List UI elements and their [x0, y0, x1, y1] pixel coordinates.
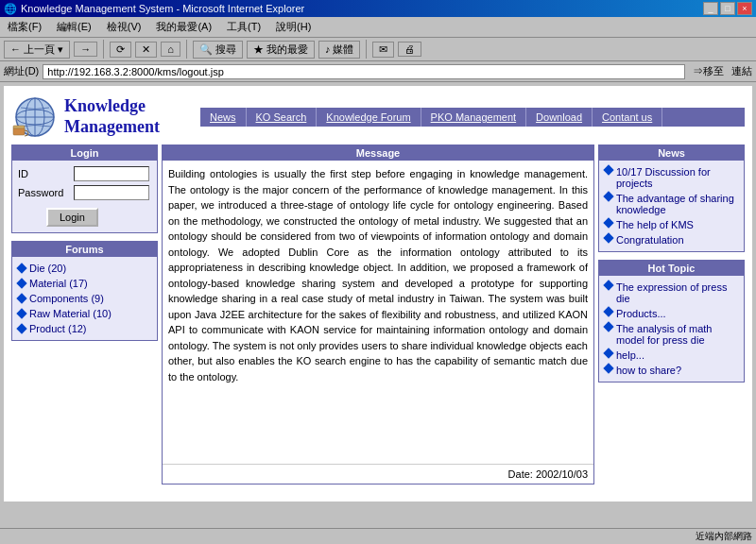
hot-item-4[interactable]: how to share? [599, 363, 744, 378]
message-body: Building ontologies is usually the first… [163, 161, 593, 464]
menu-favorites[interactable]: 我的最愛(A) [152, 19, 215, 35]
minimize-button[interactable]: _ [703, 2, 718, 15]
nav-download[interactable]: Download [526, 108, 593, 127]
news-list: 10/17 Discussion for projects The advant… [599, 161, 744, 251]
diamond-icon [603, 321, 613, 332]
login-content: ID Password Login [12, 161, 157, 232]
address-input[interactable] [43, 64, 685, 79]
status-text: 近端內部網路 [696, 530, 752, 543]
news-item-3[interactable]: Congratulation [599, 232, 744, 247]
diamond-icon [16, 323, 26, 333]
hot-item-1[interactable]: Products... [599, 306, 744, 321]
hot-item-0[interactable]: The expression of press die [599, 280, 744, 306]
nav-ko-search[interactable]: KO Search [247, 108, 318, 127]
menu-view[interactable]: 檢視(V) [103, 19, 146, 35]
title-bar-buttons[interactable]: _ □ × [703, 2, 752, 15]
login-id-row: ID [18, 166, 151, 181]
message-title: Message [163, 145, 593, 161]
browser-content: Knowledge Management News KO Search Know… [4, 86, 752, 502]
forum-item-raw-material[interactable]: Raw Material (10) [12, 306, 157, 321]
login-password-row: Password [18, 185, 151, 200]
news-item-1[interactable]: The advantage of sharing knowledge [599, 191, 744, 217]
diamond-icon [16, 263, 26, 273]
media-button[interactable]: ♪ 媒體 [318, 41, 361, 59]
nav-bar: News KO Search Knowledge Forum PKO Manag… [200, 108, 745, 127]
maximize-button[interactable]: □ [720, 2, 735, 15]
go-button[interactable]: ⇒移至 [689, 63, 728, 79]
nav-contact[interactable]: Contant us [593, 108, 662, 127]
diamond-icon [16, 278, 26, 288]
forums-list: Die (20) Material (17) Components (9) Ra… [12, 257, 157, 340]
password-label: Password [18, 187, 70, 198]
nav-pko-management[interactable]: PKO Management [421, 108, 527, 127]
svg-rect-6 [13, 126, 25, 128]
back-button[interactable]: ← 上一頁 ▾ [4, 41, 70, 59]
diamond-icon [16, 293, 26, 303]
hot-topic-list: The expression of press die Products... … [599, 276, 744, 382]
nav-knowledge-forum[interactable]: Knowledge Forum [317, 108, 421, 127]
diamond-icon [16, 308, 26, 318]
diamond-icon [603, 232, 613, 243]
diamond-icon [603, 191, 613, 201]
toolbar: ← 上一頁 ▾ → ⟳ ✕ ⌂ 🔍 搜尋 ★ 我的最愛 ♪ 媒體 ✉ 🖨 [0, 38, 756, 61]
diamond-icon [603, 280, 613, 290]
main-layout: Login ID Password Login Forums [11, 144, 745, 484]
nav-news[interactable]: News [200, 108, 247, 127]
center-panel: Message Building ontologies is usually t… [162, 144, 594, 484]
links-label: 連結 [731, 64, 752, 78]
refresh-button[interactable]: ⟳ [110, 42, 131, 58]
forward-button[interactable]: → [74, 42, 97, 57]
forums-box: Forums Die (20) Material (17) Components… [11, 241, 158, 341]
address-label: 網址(D) [4, 64, 39, 78]
login-button[interactable]: Login [46, 208, 98, 227]
menu-tools[interactable]: 工具(T) [223, 19, 265, 35]
stop-button[interactable]: ✕ [135, 42, 157, 58]
menu-help[interactable]: 說明(H) [272, 19, 315, 35]
address-bar: 網址(D) ⇒移至 連結 [0, 61, 756, 82]
toolbar-separator [103, 40, 104, 59]
title-bar-icon: 🌐 [4, 3, 17, 15]
hot-topic-box: Hot Topic The expression of press die Pr… [598, 260, 745, 382]
id-input[interactable] [74, 166, 149, 181]
title-bar-text: Knowledge Management System - Microsoft … [21, 3, 304, 14]
logo-area: Knowledge Management [11, 94, 200, 141]
diamond-icon [603, 164, 613, 175]
forum-item-components[interactable]: Components (9) [12, 291, 157, 306]
toolbar-separator3 [366, 40, 367, 59]
forum-item-material[interactable]: Material (17) [12, 276, 157, 291]
login-title: Login [12, 145, 157, 161]
forum-item-product[interactable]: Product (12) [12, 321, 157, 336]
status-bar: 近端內部網路 [0, 528, 756, 544]
password-input[interactable] [74, 185, 149, 200]
toolbar-separator2 [186, 40, 187, 59]
menu-bar: 檔案(F) 編輯(E) 檢視(V) 我的最愛(A) 工具(T) 說明(H) [0, 17, 756, 38]
logo-text-line2: Management [64, 117, 160, 138]
print-button[interactable]: 🖨 [398, 42, 421, 57]
home-button[interactable]: ⌂ [161, 42, 180, 57]
news-box: News 10/17 Discussion for projects The a… [598, 144, 745, 252]
favorites-button[interactable]: ★ 我的最愛 [247, 41, 315, 59]
logo-text-line1: Knowledge [64, 96, 160, 117]
id-label: ID [18, 168, 70, 179]
forum-item-die[interactable]: Die (20) [12, 261, 157, 276]
title-bar: 🌐 Knowledge Management System - Microsof… [0, 0, 756, 17]
message-date: Date: 2002/10/03 [163, 464, 593, 484]
globe-icon [11, 94, 59, 141]
menu-edit[interactable]: 編輯(E) [53, 19, 95, 35]
news-item-0[interactable]: 10/17 Discussion for projects [599, 164, 744, 191]
login-box: Login ID Password Login [11, 144, 158, 233]
right-panel: News 10/17 Discussion for projects The a… [598, 144, 745, 484]
forums-title: Forums [12, 242, 157, 257]
left-panel: Login ID Password Login Forums [11, 144, 158, 484]
header: Knowledge Management News KO Search Know… [11, 94, 745, 141]
diamond-icon [603, 363, 613, 373]
diamond-icon [603, 217, 613, 228]
hot-item-3[interactable]: help... [599, 348, 744, 363]
menu-file[interactable]: 檔案(F) [4, 19, 45, 35]
news-item-2[interactable]: The help of KMS [599, 217, 744, 232]
hot-item-2[interactable]: The analysis of math model for press die [599, 321, 744, 348]
close-button[interactable]: × [737, 2, 752, 15]
diamond-icon [603, 348, 613, 358]
mail-button[interactable]: ✉ [372, 42, 394, 58]
search-button[interactable]: 🔍 搜尋 [193, 41, 243, 59]
